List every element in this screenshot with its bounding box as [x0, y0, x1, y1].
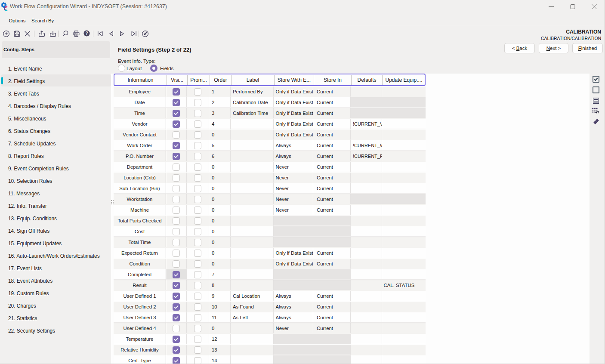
svg-text:?: ?	[85, 31, 88, 36]
